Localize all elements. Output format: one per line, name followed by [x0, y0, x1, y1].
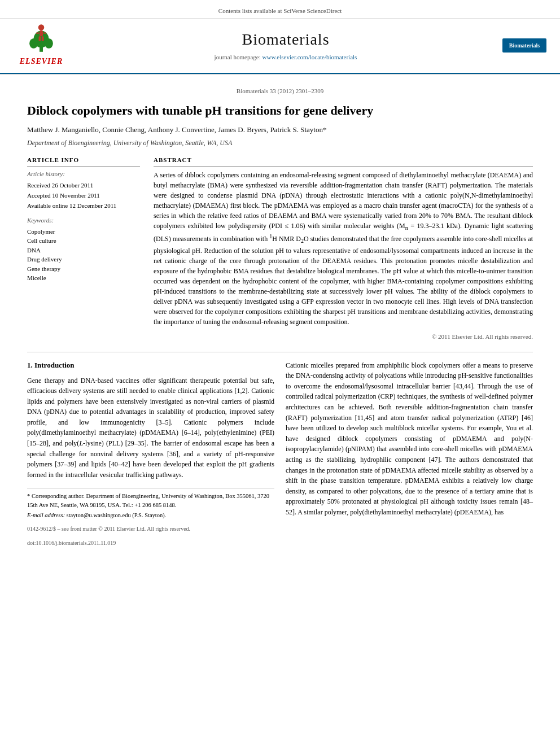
- issn-line: 0142-9612/$ – see front matter © 2011 El…: [27, 525, 274, 534]
- abstract-col: Abstract A series of diblock copolymers …: [154, 156, 533, 342]
- badge-text: Biomaterials: [509, 42, 540, 49]
- svg-rect-7: [43, 32, 46, 33]
- article-authors: Matthew J. Manganiello, Connie Cheng, An…: [27, 125, 533, 136]
- body-left-col: 1. Introduction Gene therapy and DNA-bas…: [27, 360, 274, 547]
- biomaterials-badge: Biomaterials: [502, 38, 546, 53]
- email-address: stayton@u.washington.edu: [67, 512, 131, 518]
- svg-point-4: [38, 24, 44, 30]
- journal-homepage: journal homepage: www.elsevier.com/locat…: [72, 53, 499, 62]
- doi-line: doi:10.1016/j.biomaterials.2011.11.019: [27, 539, 274, 548]
- history-label: Article history:: [27, 170, 140, 179]
- keyword-copolymer: Copolymer: [27, 227, 140, 237]
- journal-title: Biomaterials: [72, 28, 499, 51]
- header-content: ELSEVIER Biomaterials journal homepage: …: [0, 21, 560, 69]
- article-title: Diblock copolymers with tunable pH trans…: [27, 103, 533, 119]
- article-wrapper: Biomaterials 33 (2012) 2301–2309 Diblock…: [0, 75, 560, 558]
- accepted-date: Accepted 10 November 2011: [27, 191, 140, 200]
- svg-rect-8: [39, 36, 41, 41]
- copyright-line: © 2011 Elsevier Ltd. All rights reserved…: [154, 333, 533, 342]
- intro-left-text: Gene therapy and DNA-based vaccines offe…: [27, 375, 274, 480]
- contents-list-text: Contents lists available at SciVerse Sci…: [218, 7, 342, 14]
- issn-text: 0142-9612/$ – see front matter © 2011 El…: [27, 526, 190, 532]
- corresponding-author-note: * Corresponding author. Department of Bi…: [27, 492, 274, 509]
- journal-top-bar: Contents lists available at SciVerse Sci…: [0, 5, 560, 19]
- email-note: E-mail address: stayton@u.washington.edu…: [27, 511, 274, 519]
- svg-point-3: [45, 38, 53, 49]
- keyword-gene-therapy: Gene therapy: [27, 264, 140, 274]
- article-affiliation: Department of Bioengineering, University…: [27, 138, 533, 148]
- article-citation: Biomaterials 33 (2012) 2301–2309: [27, 87, 533, 96]
- elsevier-tree-icon: [24, 23, 58, 55]
- intro-heading-text: Introduction: [34, 361, 75, 369]
- elsevier-logo-block: ELSEVIER: [10, 23, 72, 67]
- svg-rect-6: [36, 32, 39, 33]
- received-date: Received 26 October 2011: [27, 181, 140, 190]
- body-two-col: 1. Introduction Gene therapy and DNA-bas…: [27, 360, 533, 547]
- article-two-col: Article Info Article history: Received 2…: [27, 156, 533, 342]
- authors-text: Matthew J. Manganiello, Connie Cheng, An…: [27, 125, 326, 134]
- page: Contents lists available at SciVerse Sci…: [0, 0, 560, 558]
- svg-rect-5: [40, 30, 43, 36]
- keyword-cell-culture: Cell culture: [27, 236, 140, 246]
- svg-point-2: [29, 38, 38, 49]
- intro-number: 1.: [27, 361, 34, 369]
- footnote-section: * Corresponding author. Department of Bi…: [27, 488, 274, 547]
- journal-center: Biomaterials journal homepage: www.elsev…: [72, 28, 499, 62]
- available-date: Available online 12 December 2011: [27, 202, 140, 211]
- homepage-label: journal homepage:: [215, 54, 261, 60]
- keyword-drug-delivery: Drug delivery: [27, 255, 140, 264]
- section-divider-1: [27, 352, 533, 352]
- body-right-col: Cationic micelles prepared from amphiphi…: [286, 360, 533, 547]
- intro-heading: 1. Introduction: [27, 360, 274, 371]
- journal-header: Contents lists available at SciVerse Sci…: [0, 0, 560, 75]
- keywords-label: Keywords:: [27, 216, 140, 225]
- abstract-text: A series of diblock copolymers containin…: [154, 170, 533, 327]
- journal-logo-right: Biomaterials: [499, 38, 550, 53]
- homepage-url[interactable]: www.elsevier.com/locate/biomaterials: [262, 54, 357, 60]
- article-info-heading: Article Info: [27, 156, 140, 167]
- keyword-dna: DNA: [27, 246, 140, 255]
- intro-right-text: Cationic micelles prepared from amphiphi…: [286, 360, 533, 518]
- abstract-heading: Abstract: [154, 156, 533, 167]
- article-info-col: Article Info Article history: Received 2…: [27, 156, 140, 342]
- doi-text: doi:10.1016/j.biomaterials.2011.11.019: [27, 540, 116, 546]
- elsevier-wordmark: ELSEVIER: [20, 56, 63, 67]
- keyword-micelle: Micelle: [27, 273, 140, 283]
- svg-rect-9: [42, 36, 44, 41]
- header-divider: [0, 73, 560, 74]
